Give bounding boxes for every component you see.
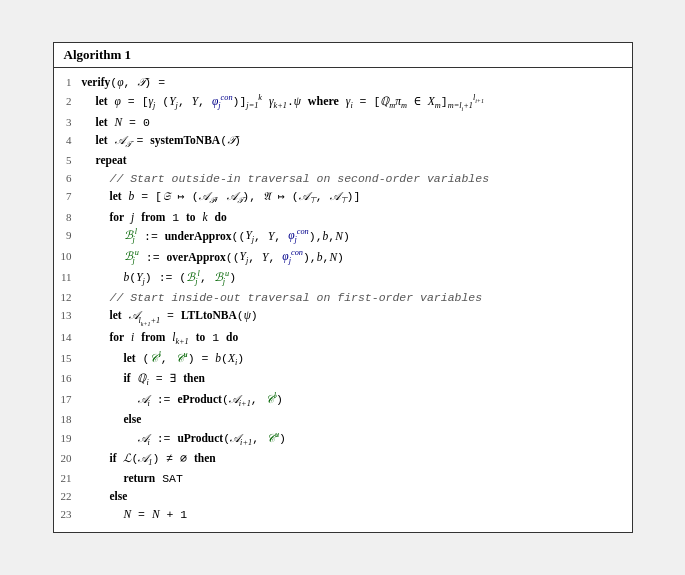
line-16: 16 if ℚi = ∃ then — [54, 370, 632, 390]
line-num-8: 8 — [54, 209, 82, 226]
line-6: 6 // Start outside-in traversal on secon… — [54, 170, 632, 188]
line-21: 21 return SAT — [54, 470, 632, 488]
line-num-15: 15 — [54, 350, 82, 367]
line-num-6: 6 — [54, 170, 82, 187]
line-content-9: ℬjl := underApprox((Yj, Υ, φjcon),b,N) — [82, 227, 624, 248]
line-content-15: let (𝒞l, 𝒞u) = b(Xi) — [82, 349, 624, 370]
line-content-4: let 𝒜𝒯 = systemToNBA(𝒯) — [82, 132, 624, 152]
line-num-23: 23 — [54, 506, 82, 523]
line-22: 22 else — [54, 488, 632, 506]
line-num-19: 19 — [54, 430, 82, 447]
line-num-7: 7 — [54, 188, 82, 205]
line-content-10: ℬju := overApprox((Yj, Υ, φjcon),b,N) — [82, 248, 624, 269]
line-5: 5 repeat — [54, 152, 632, 170]
line-content-2: let φ = [γj (Yj, Υ, φjcon)]j=1k γk+1.ψ w… — [82, 92, 624, 114]
line-num-17: 17 — [54, 391, 82, 408]
line-content-13: let 𝒜lk+1+1 = LTLtoNBA(ψ) — [82, 307, 624, 328]
line-num-18: 18 — [54, 411, 82, 428]
algorithm-box: Algorithm 1 1 verify(φ, 𝒯) = 2 let φ = [… — [53, 42, 633, 533]
line-19: 19 𝒜i := uProduct(𝒜i+1, 𝒞u) — [54, 429, 632, 450]
line-num-2: 2 — [54, 93, 82, 110]
line-4: 4 let 𝒜𝒯 = systemToNBA(𝒯) — [54, 132, 632, 152]
line-num-20: 20 — [54, 450, 82, 467]
line-12: 12 // Start inside-out traversal on firs… — [54, 289, 632, 307]
line-9: 9 ℬjl := underApprox((Yj, Υ, φjcon),b,N) — [54, 227, 632, 248]
line-18: 18 else — [54, 411, 632, 429]
line-num-13: 13 — [54, 307, 82, 324]
line-num-10: 10 — [54, 248, 82, 265]
line-20: 20 if ℒ(𝒜1) ≠ ∅ then — [54, 450, 632, 470]
algorithm-body: 1 verify(φ, 𝒯) = 2 let φ = [γj (Yj, Υ, φ… — [54, 68, 632, 532]
line-content-14: for i from lk+1 to 1 do — [82, 329, 624, 349]
line-13: 13 let 𝒜lk+1+1 = LTLtoNBA(ψ) — [54, 307, 632, 328]
line-11: 11 b(Yj) := (ℬjl, ℬju) — [54, 268, 632, 289]
line-15: 15 let (𝒞l, 𝒞u) = b(Xi) — [54, 349, 632, 370]
line-14: 14 for i from lk+1 to 1 do — [54, 329, 632, 349]
line-num-4: 4 — [54, 132, 82, 149]
line-num-22: 22 — [54, 488, 82, 505]
line-content-3: let N = 0 — [82, 114, 624, 132]
line-num-16: 16 — [54, 370, 82, 387]
line-num-12: 12 — [54, 289, 82, 306]
line-num-21: 21 — [54, 470, 82, 487]
line-num-5: 5 — [54, 152, 82, 169]
line-num-11: 11 — [54, 269, 82, 286]
line-23: 23 N = N + 1 — [54, 506, 632, 524]
line-content-18: else — [82, 411, 624, 429]
line-num-1: 1 — [54, 74, 82, 91]
line-8: 8 for j from 1 to k do — [54, 209, 632, 227]
line-content-21: return SAT — [82, 470, 624, 488]
line-num-3: 3 — [54, 114, 82, 131]
line-content-17: 𝒜i := eProduct(𝒜i+1, 𝒞l) — [82, 390, 624, 411]
line-content-16: if ℚi = ∃ then — [82, 370, 624, 390]
line-content-22: else — [82, 488, 624, 506]
line-10: 10 ℬju := overApprox((Yj, Υ, φjcon),b,N) — [54, 248, 632, 269]
line-3: 3 let N = 0 — [54, 114, 632, 132]
line-content-19: 𝒜i := uProduct(𝒜i+1, 𝒞u) — [82, 429, 624, 450]
line-num-14: 14 — [54, 329, 82, 346]
algorithm-header: Algorithm 1 — [54, 43, 632, 68]
line-content-11: b(Yj) := (ℬjl, ℬju) — [82, 268, 624, 289]
line-num-9: 9 — [54, 227, 82, 244]
line-content-5: repeat — [82, 152, 624, 170]
line-1: 1 verify(φ, 𝒯) = — [54, 74, 632, 92]
line-17: 17 𝒜i := eProduct(𝒜i+1, 𝒞l) — [54, 390, 632, 411]
line-7: 7 let b = [𝔖 ↦ (𝒜𝒯, 𝒜𝒯), 𝔄 ↦ (𝒜⊤, 𝒜⊤)] — [54, 188, 632, 208]
line-content-12: // Start inside-out traversal on first-o… — [82, 289, 624, 307]
line-content-7: let b = [𝔖 ↦ (𝒜𝒯, 𝒜𝒯), 𝔄 ↦ (𝒜⊤, 𝒜⊤)] — [82, 188, 624, 208]
line-content-23: N = N + 1 — [82, 506, 624, 524]
line-content-6: // Start outside-in traversal on second-… — [82, 170, 624, 188]
line-2: 2 let φ = [γj (Yj, Υ, φjcon)]j=1k γk+1.ψ… — [54, 92, 632, 114]
line-content-8: for j from 1 to k do — [82, 209, 624, 227]
line-content-20: if ℒ(𝒜1) ≠ ∅ then — [82, 450, 624, 470]
line-content-1: verify(φ, 𝒯) = — [82, 74, 624, 92]
